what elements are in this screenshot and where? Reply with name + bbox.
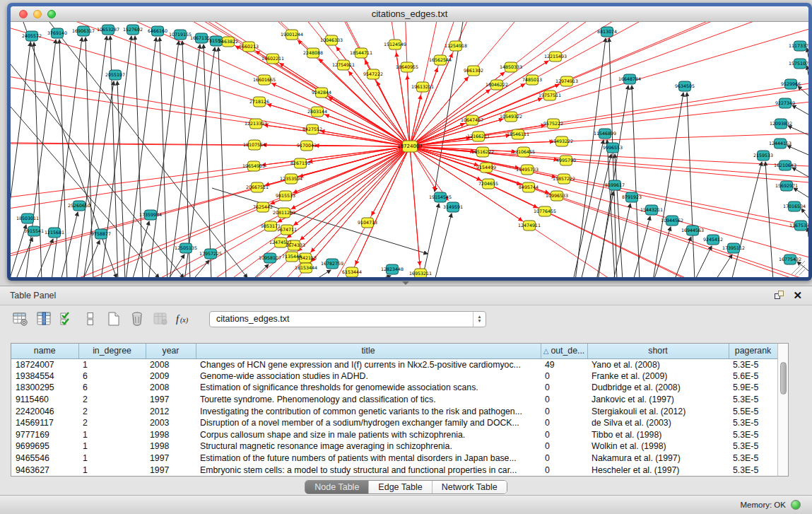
close-panel-icon[interactable]: ✕ [793, 291, 802, 300]
table-cell[interactable]: 5.3E-5 [729, 464, 777, 476]
table-cell[interactable]: 18724007 [11, 358, 78, 370]
splitter-handle-icon[interactable] [402, 281, 409, 285]
new-table-icon[interactable] [105, 310, 123, 328]
table-cell[interactable]: 2008 [146, 358, 196, 370]
table-cell[interactable]: 2003 [146, 417, 196, 429]
network-window-titlebar[interactable]: citations_edges.txt [11, 6, 808, 22]
network-table-selector[interactable]: citations_edges.txt ▲▼ [209, 311, 486, 327]
column-header-outde[interactable]: △out_de... [541, 344, 587, 358]
table-cell[interactable]: 9115460 [11, 394, 78, 406]
network-canvas-svg[interactable]: 2405572376914016906317106532871527602646… [11, 22, 808, 277]
table-row[interactable]: 911546021997Tourette syndrome. Phenomeno… [11, 394, 777, 406]
function-builder-icon[interactable]: f(x) [175, 310, 193, 328]
panel-splitter[interactable] [0, 281, 812, 286]
table-cell[interactable]: 0 [541, 417, 587, 429]
table-cell[interactable]: 9465546 [11, 452, 78, 465]
table-cell[interactable]: 0 [541, 452, 587, 465]
table-cell[interactable]: Hescheler et al. (1997) [587, 464, 729, 476]
table-cell[interactable]: 0 [541, 394, 587, 406]
table-row[interactable]: 977716911998Corpus callosum shape and si… [11, 429, 777, 441]
column-header-year[interactable]: year [146, 344, 196, 358]
table-cell[interactable]: 5.3E-5 [729, 429, 777, 441]
table-cell[interactable]: 1 [78, 358, 146, 370]
table-cell[interactable]: Tibbo et al. (1998) [587, 429, 729, 441]
table-cell[interactable]: Estimation of the future numbers of pati… [196, 452, 541, 465]
zoom-button[interactable] [47, 10, 56, 18]
table-cell[interactable]: 5.5E-5 [729, 405, 777, 417]
column-header-short[interactable]: short [587, 344, 729, 358]
table-cell[interactable]: Yano et al. (2008) [587, 358, 729, 370]
table-cell[interactable]: Dudbridge et al. (2008) [587, 382, 729, 394]
deselect-all-icon[interactable] [81, 310, 100, 328]
table-scrollbar[interactable] [777, 343, 789, 477]
memory-status-indicator[interactable] [791, 500, 801, 510]
table-row[interactable]: 1830029562008Estimation of significance … [11, 382, 777, 394]
table-cell[interactable]: Structural magnetic resonance image aver… [196, 440, 541, 452]
table-cell[interactable]: 0 [541, 382, 587, 394]
table-cell[interactable]: 22420046 [11, 405, 78, 417]
tab-network-table[interactable]: Network Table [433, 481, 507, 493]
table-cell[interactable]: 1998 [146, 429, 196, 441]
table-cell[interactable]: 5.9E-5 [729, 382, 777, 394]
table-cell[interactable]: 5.3E-5 [729, 358, 777, 370]
table-cell[interactable]: 0 [541, 429, 587, 441]
table-cell[interactable]: 1997 [146, 394, 196, 406]
table-cell[interactable]: 0 [541, 405, 587, 417]
select-columns-icon[interactable] [35, 310, 53, 328]
column-header-pagerank[interactable]: pagerank [729, 344, 777, 358]
table-cell[interactable]: 2 [78, 394, 146, 406]
float-panel-icon[interactable] [775, 291, 784, 300]
table-cell[interactable]: Investigating the contribution of common… [196, 405, 541, 417]
table-cell[interactable]: 0 [541, 440, 587, 452]
table-cell[interactable]: Jankovic et al. (1997) [587, 394, 729, 406]
column-header-indegree[interactable]: in_degree [78, 344, 146, 358]
table-cell[interactable]: 0 [541, 370, 587, 382]
column-header-title[interactable]: title [196, 344, 541, 358]
table-cell[interactable]: 1 [78, 464, 146, 476]
table-cell[interactable]: 49 [541, 358, 587, 370]
table-cell[interactable]: 2012 [146, 405, 196, 417]
table-cell[interactable]: 5.3E-5 [729, 440, 777, 452]
tab-edge-table[interactable]: Edge Table [369, 481, 432, 493]
table-row[interactable]: 1872400712008Changes of HCN gene express… [11, 358, 777, 370]
table-cell[interactable]: 9463627 [11, 464, 78, 476]
table-row[interactable]: 946362711997Embryonic stem cells: a mode… [11, 464, 777, 476]
table-cell[interactable]: 1998 [146, 440, 196, 452]
table-cell[interactable]: Tourette syndrome. Phenomenology and cla… [196, 394, 541, 406]
table-cell[interactable]: Disruption of a novel member of a sodium… [196, 417, 541, 429]
table-cell[interactable]: de Silva et al. (2003) [587, 417, 729, 429]
select-all-icon[interactable] [58, 310, 76, 328]
table-cell[interactable]: 2 [78, 417, 146, 429]
table-cell[interactable]: 1997 [146, 452, 196, 465]
table-cell[interactable]: Corpus callosum shape and size in male p… [196, 429, 541, 441]
table-cell[interactable]: 1 [78, 440, 146, 452]
table-cell[interactable]: 0 [541, 464, 587, 476]
table-cell[interactable]: 6 [78, 382, 146, 394]
table-cell[interactable]: Genome-wide association studies in ADHD. [196, 370, 541, 382]
table-cell[interactable]: 1 [78, 429, 146, 441]
table-cell[interactable]: Embryonic stem cells: a model to study s… [196, 464, 541, 476]
table-cell[interactable]: 14569117 [11, 417, 78, 429]
network-canvas[interactable]: 2405572376914016906317106532871527602646… [11, 22, 808, 277]
table-cell[interactable]: Nakamura et al. (1997) [587, 452, 729, 465]
table-cell[interactable]: Stergiakouli et al. (2012) [587, 405, 729, 417]
table-row[interactable]: 946554611997Estimation of the future num… [11, 452, 777, 465]
tab-node-table[interactable]: Node Table [305, 481, 369, 493]
table-settings-icon[interactable] [11, 310, 30, 328]
table-cell[interactable]: 2 [78, 405, 146, 417]
table-cell[interactable]: Changes of HCN gene expression and I(f) … [196, 358, 541, 370]
table-cell[interactable]: 18300295 [11, 382, 78, 394]
column-header-name[interactable]: name [11, 344, 78, 358]
table-cell[interactable]: 5.3E-5 [729, 417, 777, 429]
table-cell[interactable]: Wolkin et al. (1998) [587, 440, 729, 452]
table-cell[interactable]: 2008 [146, 382, 196, 394]
delete-table-icon[interactable] [128, 310, 146, 328]
table-cell[interactable]: Estimation of significance thresholds fo… [196, 382, 541, 394]
table-row[interactable]: 1456911722003Disruption of a novel membe… [11, 417, 777, 429]
table-cell[interactable]: 19384554 [11, 370, 78, 382]
table-cell[interactable]: Franke et al. (2009) [587, 370, 729, 382]
table-header-row[interactable]: namein_degreeyeartitle△out_de...shortpag… [11, 344, 777, 358]
table-cell[interactable]: 5.6E-5 [729, 370, 777, 382]
table-row[interactable]: 969969511998Structural magnetic resonanc… [11, 440, 777, 452]
table-cell[interactable]: 1997 [146, 464, 196, 476]
